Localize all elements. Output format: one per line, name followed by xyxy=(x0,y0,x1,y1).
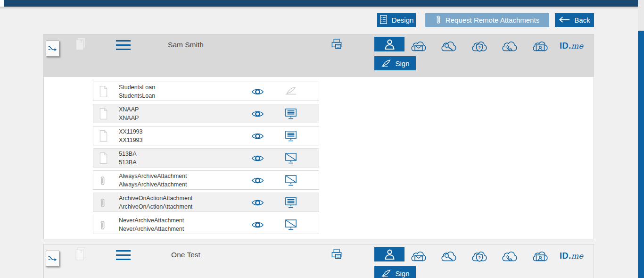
document-labels: NeverArchiveAttachment NeverArchiveAttac… xyxy=(119,217,184,233)
idme-logo-id: ID. xyxy=(560,251,571,261)
document-labels: 513BA 513BA xyxy=(119,150,137,167)
design-button-label: Design xyxy=(392,16,414,24)
eye-preview-icon[interactable] xyxy=(251,221,264,231)
top-navy-bar xyxy=(4,0,638,7)
merge-flow-button[interactable] xyxy=(46,41,59,57)
doc-subtitle: XX11993 xyxy=(119,136,143,145)
sign-button[interactable]: Sign xyxy=(374,266,416,278)
document-count: 7 xyxy=(80,249,83,254)
document-action[interactable] xyxy=(284,152,297,164)
cloud-help-shield-icon[interactable]: ? xyxy=(471,249,488,263)
document-labels: XX11993 XX11993 xyxy=(119,128,143,144)
printer-icon[interactable] xyxy=(330,248,343,263)
document-row: AlwaysArchiveAttachment AlwaysArchiveAtt… xyxy=(93,170,319,190)
cloud-idcard-icon[interactable] xyxy=(532,249,549,263)
document-action[interactable] xyxy=(284,197,297,209)
doc-title: 513BA xyxy=(119,150,137,159)
eye-preview-icon[interactable] xyxy=(251,88,264,98)
recipient-header: 7 Sam Smith xyxy=(44,34,594,77)
in-person-auth-button[interactable] xyxy=(374,37,405,51)
document-count: 7 xyxy=(80,39,83,44)
doc-subtitle: AlwaysArchiveAttachment xyxy=(119,181,187,189)
recipient-card-one-test: 7 One Test xyxy=(43,244,594,278)
recipient-name: One Test xyxy=(115,251,256,259)
top-shadow xyxy=(0,7,638,9)
paperclip-icon xyxy=(435,14,441,26)
doc-subtitle: NeverArchiveAttachment xyxy=(119,225,184,234)
eye-preview-icon[interactable] xyxy=(251,199,264,209)
quill-icon xyxy=(380,59,392,68)
top-strip xyxy=(0,0,638,7)
cloud-key-icon[interactable] xyxy=(440,39,457,53)
quill-disabled-icon xyxy=(284,86,297,96)
document-labels: AlwaysArchiveAttachment AlwaysArchiveAtt… xyxy=(119,172,187,189)
quill-icon xyxy=(380,269,392,278)
svg-text:?: ? xyxy=(478,45,481,50)
svg-text:?: ? xyxy=(478,255,481,260)
eye-preview-icon[interactable] xyxy=(251,132,264,142)
document-labels: StudentsLoan StudentsLoan xyxy=(119,84,155,100)
paperclip-icon xyxy=(99,196,106,211)
document-action[interactable] xyxy=(284,175,297,186)
printer-icon[interactable] xyxy=(330,38,343,53)
document-count-stack-icon: 7 xyxy=(74,36,87,55)
back-button[interactable]: Back xyxy=(555,13,594,27)
back-button-label: Back xyxy=(574,16,590,24)
doc-subtitle: StudentsLoan xyxy=(119,92,155,101)
cloud-idcard-icon[interactable] xyxy=(532,39,549,53)
document-action[interactable] xyxy=(284,86,297,96)
idme-logo[interactable]: ID.me xyxy=(560,251,583,261)
screen-off-icon xyxy=(284,152,297,164)
scrollbar-track[interactable] xyxy=(638,0,644,278)
sign-button-label: Sign xyxy=(395,59,409,67)
eye-preview-icon[interactable] xyxy=(251,110,264,120)
cloud-phone-icon[interactable] xyxy=(501,249,518,263)
document-row: XX11993 XX11993 xyxy=(93,126,319,145)
screen-off-icon xyxy=(284,219,297,231)
sign-button[interactable]: Sign xyxy=(374,56,416,70)
screen-icon xyxy=(284,108,297,120)
cloud-help-shield-icon[interactable]: ? xyxy=(471,39,488,53)
design-button[interactable]: Design xyxy=(377,13,416,27)
back-arrow-icon xyxy=(559,16,570,25)
page-icon xyxy=(99,108,108,122)
doc-subtitle: XNAAP xyxy=(119,114,139,123)
paperclip-icon xyxy=(99,219,106,233)
page-icon xyxy=(99,130,108,144)
document-labels: ArchiveOnActionAttachment ArchiveOnActio… xyxy=(119,194,192,211)
document-count-stack-icon: 7 xyxy=(74,246,87,265)
document-list: StudentsLoan StudentsLoan xyxy=(93,82,319,237)
doc-title: StudentsLoan xyxy=(119,84,155,92)
person-icon xyxy=(384,39,396,50)
person-icon xyxy=(384,249,396,260)
request-remote-attachments-button[interactable]: Request Remote Attachments xyxy=(425,13,549,27)
scrollbar-thumb[interactable] xyxy=(638,31,644,278)
eye-preview-icon[interactable] xyxy=(251,154,264,164)
doc-title: NeverArchiveAttachment xyxy=(119,217,184,225)
cloud-key-icon[interactable] xyxy=(440,249,457,263)
idme-logo[interactable]: ID.me xyxy=(560,41,583,51)
cloud-phone-icon[interactable] xyxy=(501,39,518,53)
document-row: XNAAP XNAAP xyxy=(93,104,319,123)
document-action[interactable] xyxy=(284,219,297,231)
eye-preview-icon[interactable] xyxy=(251,177,264,186)
screen-off-icon xyxy=(284,175,297,186)
sign-button-label: Sign xyxy=(395,270,409,278)
cloud-email-icon[interactable] xyxy=(410,249,427,263)
idme-logo-id: ID. xyxy=(560,41,571,51)
design-icon xyxy=(380,15,388,26)
document-row: ArchiveOnActionAttachment ArchiveOnActio… xyxy=(93,193,319,212)
document-row: 513BA 513BA xyxy=(93,148,319,168)
in-person-auth-button[interactable] xyxy=(374,247,405,261)
document-action[interactable] xyxy=(284,108,297,120)
idme-logo-me: me xyxy=(571,42,583,51)
merge-flow-button[interactable] xyxy=(46,251,59,267)
screen-icon xyxy=(284,130,297,142)
cloud-email-icon[interactable] xyxy=(410,39,427,53)
document-action[interactable] xyxy=(284,130,297,142)
document-row: NeverArchiveAttachment NeverArchiveAttac… xyxy=(93,215,319,234)
doc-title: XX11993 xyxy=(119,128,143,136)
request-button-label: Request Remote Attachments xyxy=(446,16,539,24)
doc-title: ArchiveOnActionAttachment xyxy=(119,194,192,203)
idme-logo-me: me xyxy=(571,252,583,261)
